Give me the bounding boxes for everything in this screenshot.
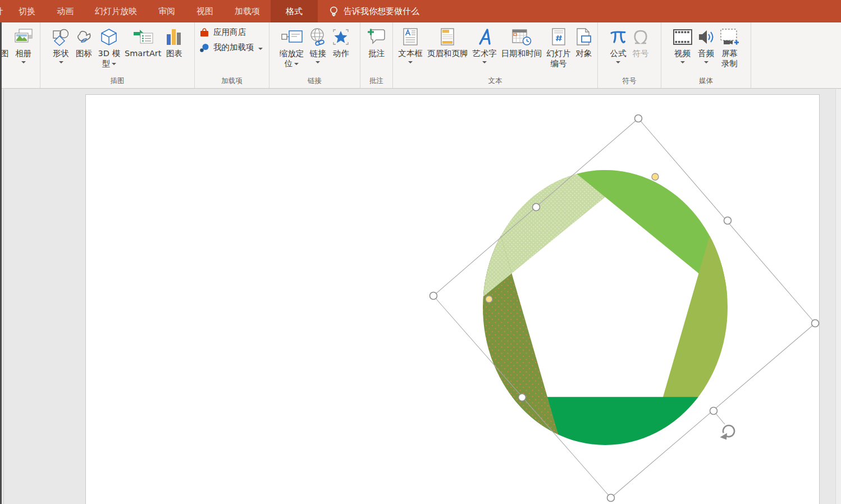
resize-handle-top-corner[interactable] <box>635 115 642 122</box>
resize-handle-bottom-corner[interactable] <box>607 494 615 502</box>
resize-handle-bottom-left-edge[interactable] <box>519 394 526 401</box>
resize-handle-bottom-right-edge[interactable] <box>710 407 717 415</box>
rotate-arrow-head <box>720 433 728 440</box>
resize-handle-right-corner[interactable] <box>812 320 819 327</box>
resize-handle-left-corner[interactable] <box>430 292 437 300</box>
resize-handle-top-right-edge[interactable] <box>724 217 732 224</box>
aperture-pentagon-shape[interactable] <box>483 170 728 445</box>
rotation-handle[interactable] <box>720 425 735 439</box>
slide-overlay <box>0 0 841 504</box>
adjust-handle-left[interactable] <box>486 296 492 303</box>
adjust-handle-top[interactable] <box>652 173 659 180</box>
resize-handle-top-left-edge[interactable] <box>533 204 540 211</box>
